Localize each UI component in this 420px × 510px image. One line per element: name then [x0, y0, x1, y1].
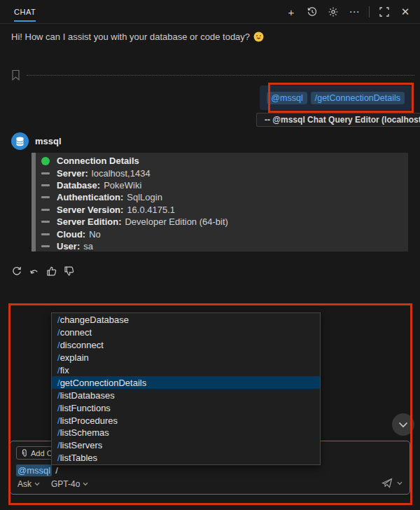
slash-command-item[interactable]: /listServers — [52, 439, 320, 452]
agent-header: mssql — [11, 132, 62, 150]
slash-command-dropdown: /changeDatabase /connect /disconnect /ex… — [51, 312, 321, 465]
close-icon: ✕ — [401, 6, 410, 18]
connection-details-block: Connection Details Server:localhost,1434… — [31, 153, 408, 251]
slash-command-item[interactable]: /disconnect — [52, 339, 320, 352]
detail-row: Cloud:No — [31, 228, 408, 240]
tab-chat[interactable]: CHAT — [14, 0, 36, 24]
assistant-greeting: Hi! How can I assist you with your datab… — [11, 32, 264, 42]
slash-command-item[interactable]: /listDatabases — [52, 389, 320, 401]
helpful-button[interactable] — [46, 266, 57, 277]
chevron-down-icon — [34, 482, 40, 486]
mention-token: @mssql — [16, 464, 52, 476]
detail-row: Database:PokeWiki — [31, 179, 408, 191]
slash-command-item[interactable]: /listFunctions — [52, 401, 320, 414]
chat-panel: CHAT + ⋯ ✕ — [0, 0, 420, 510]
send-icon — [381, 477, 393, 489]
user-message-bubble[interactable]: @mssql /getConnectionDetails — [260, 85, 412, 110]
connection-title: Connection Details — [57, 156, 139, 166]
chevron-down-icon — [83, 482, 88, 486]
thumbs-down-icon — [64, 266, 75, 277]
add-context-label: Add C — [31, 449, 52, 457]
detail-row: Server Edition:Developer Edition (64-bit… — [31, 216, 408, 228]
avatar-database-icon — [15, 137, 24, 146]
send-options-button[interactable] — [397, 481, 402, 485]
settings-button[interactable] — [326, 4, 341, 20]
paperclip-icon — [21, 449, 28, 457]
dotted-separator — [27, 75, 414, 76]
tab-chat-label: CHAT — [14, 8, 36, 16]
response-actions — [11, 266, 75, 277]
command-chip[interactable]: /getConnectionDetails — [311, 92, 405, 104]
detail-row: Server Version:16.0.4175.1 — [31, 204, 408, 216]
slash-command-item[interactable]: /listTables — [52, 452, 320, 464]
dash-bullet — [41, 172, 50, 174]
plus-icon: + — [288, 6, 295, 18]
undo-button[interactable] — [29, 266, 40, 277]
greeting-text: Hi! How can I assist you with your datab… — [11, 32, 250, 42]
detail-row: Server:localhost,1434 — [31, 167, 408, 179]
context-attachment-row[interactable]: -- @mssql Chat Query Editor (localhost,1 — [256, 113, 420, 127]
request-divider — [10, 69, 414, 83]
block-scrollbar[interactable] — [31, 153, 36, 251]
more-actions-button[interactable]: ⋯ — [346, 4, 362, 20]
dash-bullet — [41, 184, 50, 186]
header-separator — [369, 6, 370, 18]
mssql-avatar — [11, 132, 29, 150]
panel-header: CHAT + ⋯ ✕ — [0, 0, 420, 24]
history-button[interactable] — [304, 4, 320, 20]
slash-command-item[interactable]: /fix — [52, 364, 320, 377]
refresh-icon — [11, 266, 22, 277]
model-label: GPT-4o — [51, 479, 80, 489]
gear-icon — [328, 6, 339, 18]
thumbs-up-icon — [46, 266, 57, 277]
dash-bullet — [41, 196, 50, 198]
chevron-down-icon — [397, 481, 402, 485]
close-button[interactable]: ✕ — [398, 4, 413, 20]
mention-chip[interactable]: @mssql — [267, 92, 307, 104]
mode-label: Ask — [18, 479, 31, 489]
slash-command-item[interactable]: /changeDatabase — [52, 314, 320, 326]
detail-row: User:sa — [31, 240, 408, 252]
tab-active-underline — [14, 20, 36, 22]
bookmark-icon[interactable] — [11, 69, 20, 81]
regenerate-button[interactable] — [11, 266, 22, 277]
agent-name: mssql — [35, 136, 62, 146]
slash-command-item[interactable]: /listSchemas — [52, 427, 320, 439]
scroll-to-bottom-button[interactable] — [392, 413, 414, 436]
history-icon — [307, 6, 318, 18]
dash-bullet — [41, 221, 50, 223]
undo-icon — [29, 266, 40, 277]
maximize-icon — [379, 7, 389, 17]
slash-command-item-selected[interactable]: /getConnectionDetails — [52, 376, 320, 389]
dash-bullet — [41, 209, 50, 211]
more-icon: ⋯ — [349, 6, 360, 18]
slash-command-item[interactable]: /explain — [52, 352, 320, 364]
new-chat-button[interactable]: + — [284, 4, 299, 20]
dash-bullet — [41, 233, 50, 235]
detail-row: Authentication:SqlLogin — [31, 191, 408, 203]
typed-text: / — [55, 465, 58, 476]
send-button[interactable] — [381, 477, 393, 489]
connection-title-row: Connection Details — [31, 155, 408, 167]
context-label: -- @mssql Chat Query Editor (localhost,1 — [265, 115, 420, 125]
green-status-icon — [41, 157, 50, 165]
unhelpful-button[interactable] — [64, 266, 75, 277]
mode-picker[interactable]: Ask — [18, 479, 40, 489]
maximize-button[interactable] — [377, 4, 392, 20]
smiley-emoji-icon — [253, 32, 264, 42]
model-picker[interactable]: GPT-4o — [51, 479, 88, 489]
slash-command-item[interactable]: /listProcedures — [52, 414, 320, 427]
slash-command-item[interactable]: /connect — [52, 326, 320, 339]
prompt-text[interactable]: @mssql / — [16, 464, 58, 476]
chevron-down-icon — [398, 422, 408, 428]
dash-bullet — [41, 245, 50, 247]
